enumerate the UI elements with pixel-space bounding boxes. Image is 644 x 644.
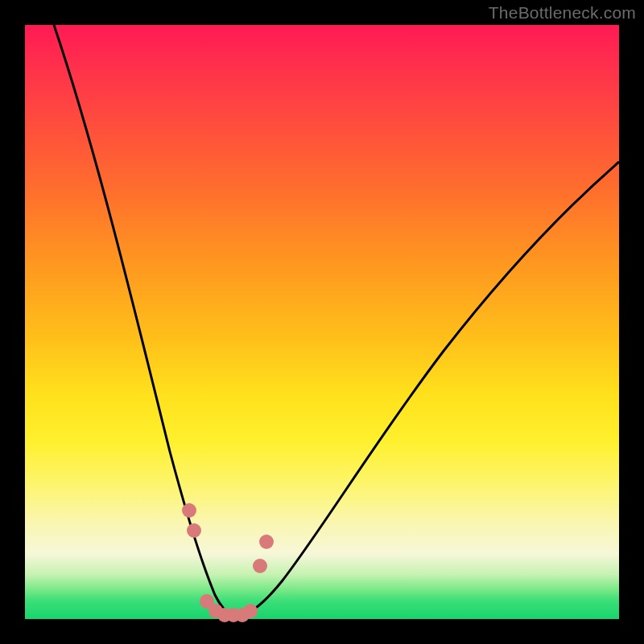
curve-layer <box>25 25 619 619</box>
svg-point-1 <box>187 523 201 538</box>
right-curve <box>236 162 619 617</box>
svg-point-0 <box>182 503 196 518</box>
svg-point-9 <box>259 535 274 549</box>
watermark-text: TheBottleneck.com <box>489 3 636 23</box>
plot-area <box>25 25 619 619</box>
left-curve <box>54 25 236 617</box>
svg-point-8 <box>253 559 267 573</box>
svg-point-7 <box>243 604 258 618</box>
chart-frame: TheBottleneck.com <box>0 0 644 644</box>
